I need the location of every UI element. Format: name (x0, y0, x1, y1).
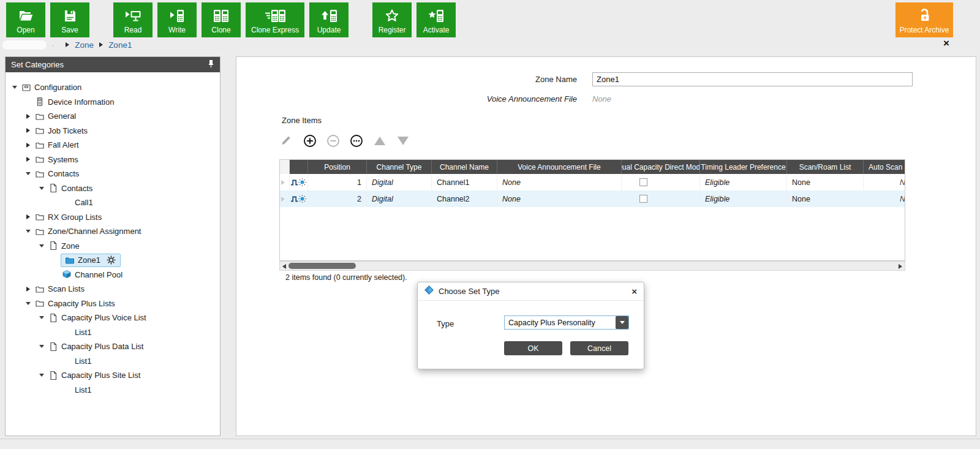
sidebar-item-contacts[interactable]: Contacts (6, 181, 220, 196)
chevron-right-icon[interactable] (23, 157, 34, 162)
open-button[interactable]: Open (6, 2, 45, 37)
table-row[interactable]: 2DigitalChannel2NoneEligibleNoneNo (280, 191, 905, 207)
page-icon (47, 183, 59, 193)
column-header-channel-name: Channel Name (432, 160, 497, 174)
move-down-icon[interactable] (396, 133, 410, 149)
move-up-icon[interactable] (372, 133, 387, 149)
sidebar-item-rx-group-lists[interactable]: RX Group Lists (6, 210, 220, 225)
breadcrumb-item-zone1[interactable]: Zone1 (108, 40, 132, 50)
register-button[interactable]: Register (372, 2, 412, 37)
table-row[interactable]: 1DigitalChannel1NoneEligibleNoneNo (280, 174, 905, 191)
sidebar-item-zone-channel-assignment[interactable]: Zone/Channel Assignment (6, 224, 220, 239)
gear-icon[interactable] (107, 255, 116, 265)
clone-button[interactable]: Clone (202, 2, 241, 37)
sidebar-item-capacity-plus-site-list[interactable]: Capacity Plus Site List (6, 368, 220, 383)
page-icon (47, 241, 59, 251)
chevron-right-icon[interactable] (281, 180, 285, 185)
chevron-down-icon[interactable] (36, 187, 47, 190)
chevron-right-icon[interactable] (23, 214, 34, 219)
sidebar-item-capacity-plus-data-list[interactable]: Capacity Plus Data List (6, 339, 220, 354)
chevron-down-icon[interactable] (616, 316, 628, 329)
chevron-right-icon[interactable] (23, 287, 34, 292)
cell-timing-leader-preference: Eligible (700, 191, 787, 207)
sidebar-item-capacity-plus-lists[interactable]: Capacity Plus Lists (6, 296, 220, 311)
set-type-dropdown[interactable]: Capacity Plus Personality (504, 315, 629, 330)
chevron-right-icon[interactable] (23, 143, 34, 148)
scroll-right-icon[interactable] (899, 264, 902, 269)
sidebar-item-zone1[interactable]: Zone1 (6, 253, 220, 268)
digital-channel-icon (290, 191, 308, 207)
toolbar-button-label: Update (317, 26, 341, 37)
tree-item-label: Zone1 (76, 255, 102, 265)
read-button[interactable]: Read (113, 2, 153, 37)
cancel-button[interactable]: Cancel (570, 341, 628, 355)
sidebar-item-scan-lists[interactable]: Scan Lists (6, 282, 220, 296)
tree-item-content: List1 (61, 357, 93, 366)
sidebar-item-call1[interactable]: Call1 (6, 195, 220, 210)
sidebar-item-job-tickets[interactable]: Job Tickets (6, 124, 220, 138)
chevron-right-icon[interactable] (281, 197, 285, 202)
activate-button[interactable]: Activate (417, 2, 456, 37)
chevron-down-icon[interactable] (9, 86, 20, 89)
checkbox[interactable] (639, 195, 647, 203)
breadcrumb-item-zone[interactable]: Zone (75, 40, 94, 50)
page-icon (47, 371, 59, 380)
breadcrumb: · ZoneZone1 (2, 39, 132, 51)
sidebar-item-zone[interactable]: Zone (6, 239, 220, 254)
edit-pencil-icon[interactable] (279, 133, 294, 149)
remove-circle-minus-icon[interactable] (326, 133, 341, 149)
update-button[interactable]: Update (309, 2, 349, 37)
scrollbar-thumb[interactable] (288, 263, 356, 269)
breadcrumb-separator-icon (99, 42, 103, 47)
chevron-right-icon[interactable] (23, 114, 34, 119)
folder-icon (34, 154, 46, 164)
unlock-icon (916, 7, 933, 26)
chevron-down-icon[interactable] (36, 244, 47, 247)
sidebar-item-contacts[interactable]: Contacts (6, 167, 220, 181)
tree-item-content: Capacity Plus Site List (47, 371, 142, 380)
horizontal-scrollbar[interactable] (279, 261, 905, 271)
sidebar-item-capacity-plus-voice-list[interactable]: Capacity Plus Voice List (6, 311, 220, 325)
zone-name-label: Zone Name (236, 75, 577, 84)
checkbox[interactable] (639, 178, 647, 186)
chevron-down-icon[interactable] (23, 302, 34, 305)
sidebar-item-channel-pool[interactable]: Channel Pool (6, 268, 220, 282)
pin-icon[interactable] (208, 59, 214, 70)
sidebar-item-list1[interactable]: List1 (6, 383, 220, 398)
zone-name-input[interactable] (592, 72, 913, 86)
toolbar-button-label: Write (168, 26, 186, 37)
tree-item-label: Capacity Plus Site List (59, 371, 142, 380)
sidebar-item-configuration[interactable]: Configuration (6, 80, 220, 95)
cube-icon (61, 270, 73, 279)
chevron-down-icon[interactable] (36, 316, 47, 319)
sidebar-item-systems[interactable]: Systems (6, 153, 220, 167)
scroll-left-icon[interactable] (282, 264, 286, 269)
chevron-down-icon[interactable] (36, 374, 47, 377)
close-icon[interactable]: × (943, 38, 949, 49)
dialog-close-icon[interactable]: × (631, 286, 637, 296)
zone-items-toolbar (279, 132, 410, 150)
sidebar-item-list1[interactable]: List1 (6, 325, 220, 340)
save-button[interactable]: Save (50, 2, 89, 37)
sidebar-item-list1[interactable]: List1 (6, 354, 220, 369)
tree-item-label: Channel Pool (73, 270, 124, 279)
folder-icon (34, 284, 46, 294)
sidebar-item-general[interactable]: General (6, 109, 220, 124)
chevron-down-icon[interactable] (36, 345, 47, 348)
ok-button[interactable]: OK (504, 341, 562, 355)
chevron-down-icon[interactable] (23, 230, 34, 233)
chevron-down-icon[interactable] (23, 172, 34, 175)
tree-item-content: Scan Lists (34, 284, 86, 294)
tree-item-label: Fall Alert (46, 140, 81, 149)
add-circle-plus-icon[interactable] (303, 133, 317, 149)
write-button[interactable]: Write (157, 2, 197, 37)
sidebar-item-fall-alert[interactable]: Fall Alert (6, 138, 220, 153)
chevron-right-icon[interactable] (23, 128, 34, 133)
cell-position: 1 (308, 174, 367, 191)
zone-items-table: PositionChannel TypeChannel NameVoice An… (279, 159, 905, 261)
sidebar-item-device-information[interactable]: Device Information (6, 95, 220, 110)
more-options-ellipsis-icon[interactable] (349, 133, 364, 149)
clone-express-button[interactable]: Clone Express (246, 2, 304, 37)
protect-archive-button[interactable]: Protect Archive (895, 2, 953, 37)
cell-channel-type: Digital (367, 191, 432, 207)
